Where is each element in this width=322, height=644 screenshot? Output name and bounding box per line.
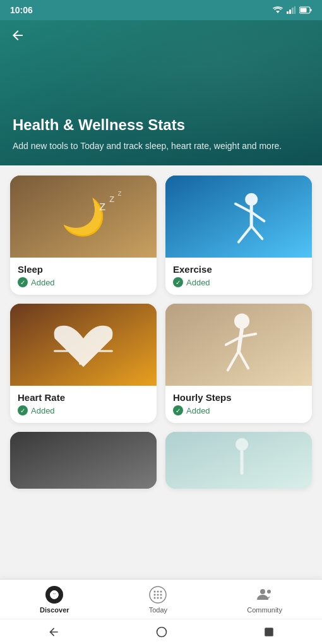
- svg-rect-45: [265, 628, 273, 636]
- cards-grid: 🌙 z z z Sleep ✓ Added: [10, 176, 312, 423]
- exercise-card-image: [165, 176, 312, 258]
- svg-rect-2: [289, 9, 291, 14]
- sleep-card[interactable]: 🌙 z z z Sleep ✓ Added: [10, 176, 157, 295]
- svg-rect-4: [294, 6, 295, 14]
- android-nav: [0, 619, 322, 644]
- discover-icon: [45, 586, 63, 604]
- svg-point-30: [236, 438, 248, 451]
- android-recents[interactable]: [263, 626, 275, 638]
- hourlysteps-card-title: Hourly Steps: [173, 392, 304, 403]
- exercise-card[interactable]: Exercise ✓ Added: [165, 176, 312, 295]
- status-time: 10:06: [10, 5, 33, 15]
- hourlysteps-added-label: Added: [186, 406, 210, 415]
- svg-point-41: [160, 597, 162, 599]
- svg-point-33: [154, 591, 156, 593]
- discover-label: Discover: [40, 606, 69, 614]
- signal-icon: [287, 6, 295, 14]
- svg-point-34: [157, 591, 159, 593]
- svg-point-35: [160, 591, 162, 593]
- exercise-card-info: Exercise ✓ Added: [165, 258, 312, 295]
- heartrate-card-status: ✓ Added: [18, 405, 149, 415]
- hourlysteps-card-image: [165, 304, 312, 386]
- svg-point-42: [260, 589, 265, 594]
- svg-rect-13: [165, 176, 312, 258]
- back-button[interactable]: [10, 28, 25, 43]
- svg-point-37: [157, 594, 159, 596]
- android-back[interactable]: [47, 626, 60, 638]
- bottom-nav: Discover Today: [0, 579, 322, 619]
- partial-cards-row: [10, 432, 312, 489]
- exercise-check-icon: ✓: [173, 277, 183, 287]
- svg-rect-28: [10, 432, 157, 489]
- svg-rect-1: [287, 11, 289, 14]
- heartrate-added-label: Added: [31, 406, 55, 415]
- svg-point-36: [154, 594, 156, 596]
- partial-card-1[interactable]: [10, 432, 157, 489]
- svg-point-38: [160, 594, 162, 596]
- svg-point-22: [234, 314, 249, 329]
- svg-marker-0: [276, 11, 280, 13]
- heartrate-card-image: [10, 304, 157, 386]
- sleep-card-info: Sleep ✓ Added: [10, 258, 157, 295]
- hourlysteps-card-info: Hourly Steps ✓ Added: [165, 386, 312, 423]
- heartrate-card-title: Heart Rate: [18, 392, 149, 403]
- hero-title: Health & Wellness Stats: [13, 116, 309, 134]
- svg-text:z: z: [109, 193, 114, 204]
- heartrate-check-icon: ✓: [18, 405, 28, 415]
- today-icon: [149, 586, 167, 604]
- svg-point-39: [154, 597, 156, 599]
- status-icons: [273, 6, 312, 14]
- svg-text:z: z: [117, 189, 121, 198]
- community-label: Community: [247, 606, 282, 614]
- sleep-card-title: Sleep: [18, 264, 149, 275]
- svg-point-40: [157, 597, 159, 599]
- svg-rect-7: [311, 9, 312, 11]
- heartrate-card[interactable]: Heart Rate ✓ Added: [10, 304, 157, 423]
- svg-point-44: [157, 627, 166, 636]
- battery-icon: [299, 6, 312, 14]
- sleep-check-icon: ✓: [18, 277, 28, 287]
- nav-today[interactable]: Today: [149, 586, 167, 614]
- exercise-card-title: Exercise: [173, 264, 304, 275]
- partial-card-2-image: [165, 432, 312, 489]
- svg-point-43: [267, 590, 271, 593]
- sleep-card-image: 🌙 z z z: [10, 176, 157, 258]
- community-icon: [256, 586, 273, 604]
- partial-card-1-image: [10, 432, 157, 489]
- exercise-added-label: Added: [186, 278, 210, 287]
- hero-subtitle: Add new tools to Today and track sleep, …: [13, 140, 309, 153]
- hourlysteps-check-icon: ✓: [173, 405, 183, 415]
- hourlysteps-card-status: ✓ Added: [173, 405, 304, 415]
- today-label: Today: [149, 606, 167, 614]
- sleep-added-label: Added: [31, 278, 55, 287]
- discover-icon-circle: [45, 586, 63, 604]
- partial-card-2[interactable]: [165, 432, 312, 489]
- hero-section: Health & Wellness Stats Add new tools to…: [0, 20, 322, 165]
- svg-rect-3: [292, 8, 294, 14]
- heartrate-card-info: Heart Rate ✓ Added: [10, 386, 157, 423]
- status-bar: 10:06: [0, 0, 322, 20]
- sleep-card-status: ✓ Added: [18, 277, 149, 287]
- hero-content: Health & Wellness Stats Add new tools to…: [13, 116, 309, 153]
- nav-discover[interactable]: Discover: [40, 586, 69, 614]
- hourlysteps-card[interactable]: Hourly Steps ✓ Added: [165, 304, 312, 423]
- svg-text:z: z: [99, 199, 105, 213]
- android-home[interactable]: [155, 626, 168, 638]
- svg-point-14: [245, 193, 258, 206]
- cards-section: 🌙 z z z Sleep ✓ Added: [0, 165, 322, 499]
- nav-community[interactable]: Community: [247, 586, 282, 614]
- wifi-icon: [273, 6, 283, 14]
- svg-rect-6: [301, 8, 307, 13]
- exercise-card-status: ✓ Added: [173, 277, 304, 287]
